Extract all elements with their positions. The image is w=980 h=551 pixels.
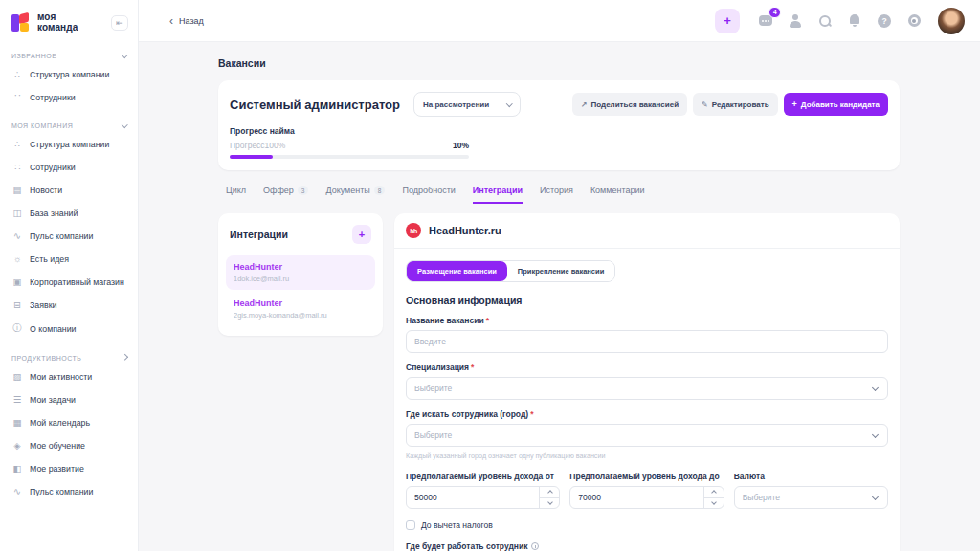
vacancy-name-input[interactable] xyxy=(406,330,888,353)
chevron-down-icon xyxy=(872,493,879,499)
section-header-favorites[interactable]: ИЗБРАННОЕ xyxy=(0,49,138,63)
messages-badge: 4 xyxy=(768,7,781,18)
idea-icon: ☼ xyxy=(11,253,23,264)
city-label: Где искать сотрудника (город)* xyxy=(406,409,888,419)
sidebar-item-knowledge-base[interactable]: ◫ База знаний xyxy=(0,202,138,225)
stepper-down-button[interactable] xyxy=(540,498,560,510)
info-icon[interactable] xyxy=(531,542,539,550)
add-integration-button[interactable]: + xyxy=(352,225,371,244)
growth-icon: ◧ xyxy=(11,463,23,474)
sidebar-item-my-growth[interactable]: ◧ Мое развитие xyxy=(0,457,138,480)
income-to-stepper xyxy=(703,486,724,509)
org-structure-icon: ∴ xyxy=(11,139,23,149)
sidebar-item-my-calendar[interactable]: ▦ Мой календарь xyxy=(0,411,138,434)
sidebar-item-employees[interactable]: ∷ Сотрудники xyxy=(0,156,138,179)
integration-item-headhunter-2[interactable]: HeadHunter 2gis.moya-komanda@mail.ru xyxy=(226,292,375,326)
sidebar-item-about-company[interactable]: ⓘ О компании xyxy=(0,317,138,342)
tasks-icon: ☰ xyxy=(11,394,23,405)
tab-documents[interactable]: Документы 8 xyxy=(325,186,385,204)
chevron-down-icon xyxy=(872,384,879,390)
person-icon xyxy=(789,14,802,28)
sidebar-item-idea[interactable]: ☼ Есть идея xyxy=(0,248,138,271)
stepper-down-button[interactable] xyxy=(704,498,724,510)
back-chevron-icon: ‹ xyxy=(169,15,173,27)
sidebar-section-favorites: ИЗБРАННОЕ ∴ Структура компании ∷ Сотрудн… xyxy=(0,49,138,109)
chevron-up-icon xyxy=(711,490,717,496)
form-mode-switch: Размещение вакансии Прикрепление ваканси… xyxy=(406,260,615,282)
sidebar-item-company-structure[interactable]: ∴ Структура компании xyxy=(0,133,138,156)
sidebar-item-my-tasks[interactable]: ☰ Мои задачи xyxy=(0,388,138,411)
sidebar-item-company-pulse[interactable]: ∿ Пульс компании xyxy=(0,225,138,248)
add-candidate-button[interactable]: + Добавить кандидата xyxy=(784,93,888,116)
back-button[interactable]: ‹ Назад xyxy=(169,15,204,27)
currency-select[interactable]: Выберите xyxy=(734,486,888,509)
status-select[interactable]: На рассмотрении xyxy=(413,92,521,117)
chevron-down-icon xyxy=(122,121,127,127)
employees-icon: ∷ xyxy=(11,92,23,102)
tab-history[interactable]: История xyxy=(540,186,573,204)
tab-cycle[interactable]: Цикл xyxy=(226,186,246,204)
calendar-icon: ▦ xyxy=(11,417,23,428)
chevron-down-icon xyxy=(547,499,553,505)
sidebar-item-corporate-store[interactable]: ▣ Корпоративный магазин xyxy=(0,271,138,294)
tab-attach-vacancy[interactable]: Прикрепление вакансии xyxy=(507,261,614,281)
city-hint: Каждый указанный город означает одну пуб… xyxy=(406,452,888,460)
tab-integrations[interactable]: Интеграции xyxy=(473,186,523,204)
tab-details[interactable]: Подробности xyxy=(402,186,455,204)
section-header-company[interactable]: МОЯ КОМПАНИЯ xyxy=(0,119,138,133)
progress-label: Прогресс найма xyxy=(230,126,888,136)
income-to-input[interactable] xyxy=(569,486,724,509)
employees-icon: ∷ xyxy=(11,162,23,172)
provider-title: HeadHunter.ru xyxy=(429,225,501,236)
share-vacancy-button[interactable]: ↗ Поделиться вакансией xyxy=(572,93,687,116)
help-icon[interactable]: ? xyxy=(875,11,894,31)
messages-icon[interactable]: 4 xyxy=(756,11,775,31)
stepper-up-button[interactable] xyxy=(540,486,560,498)
avatar[interactable] xyxy=(938,8,965,34)
store-icon: ▣ xyxy=(11,276,23,287)
required-mark: * xyxy=(486,316,489,325)
integration-item-headhunter-1[interactable]: HeadHunter 1dok.ice@mail.ru xyxy=(226,255,375,290)
income-from-input[interactable] xyxy=(406,486,560,509)
sidebar-item-company-structure[interactable]: ∴ Структура компании xyxy=(0,63,138,86)
sidebar-item-company-pulse[interactable]: ∿ Пульс компании xyxy=(0,480,138,503)
plus-icon: + xyxy=(792,99,797,109)
org-structure-icon: ∴ xyxy=(11,69,23,79)
income-from-label: Предполагаемый уровень дохода от xyxy=(406,472,560,481)
headhunter-form-panel: hh HeadHunter.ru Размещение вакансии При… xyxy=(394,213,900,551)
sidebar-item-employees[interactable]: ∷ Сотрудники xyxy=(0,86,138,109)
chevron-down-icon xyxy=(122,52,127,57)
specialization-select[interactable]: Выберите xyxy=(406,377,888,400)
sidebar-item-my-education[interactable]: ◈ Мое обучение xyxy=(0,434,138,457)
tax-checkbox[interactable] xyxy=(406,520,415,530)
sidebar-collapse-button[interactable]: ⇤ xyxy=(111,15,128,31)
tab-comments[interactable]: Комментарии xyxy=(590,186,645,204)
tab-offer[interactable]: Оффер 3 xyxy=(263,186,308,204)
stepper-up-button[interactable] xyxy=(704,486,724,498)
section-header-productivity[interactable]: ПРОДУКТИВНОСТЬ xyxy=(0,351,138,365)
app-window: моя команда ⇤ ИЗБРАННОЕ ∴ Структура комп… xyxy=(0,0,980,551)
progress-value: 10% xyxy=(453,141,469,150)
city-select[interactable]: Выберите xyxy=(406,424,888,447)
tab-place-vacancy[interactable]: Размещение вакансии xyxy=(407,261,507,281)
sidebar-item-my-activities[interactable]: ▨ Мои активности xyxy=(0,365,138,388)
sidebar: моя команда ⇤ ИЗБРАННОЕ ∴ Структура комп… xyxy=(0,0,139,551)
brand-name: моя команда xyxy=(37,12,78,33)
edit-button[interactable]: ✎ Редактировать xyxy=(693,93,778,116)
search-icon[interactable] xyxy=(815,11,835,31)
vacancy-name-label: Название вакансии* xyxy=(406,316,888,325)
notifications-icon[interactable] xyxy=(845,11,864,31)
workplace-label: Где будет работать сотрудник xyxy=(406,541,527,551)
settings-icon[interactable] xyxy=(904,11,924,31)
create-button[interactable]: + xyxy=(715,9,740,33)
income-from-stepper xyxy=(539,486,560,509)
sidebar-item-requests[interactable]: ⊟ Заявки xyxy=(0,294,138,317)
chevron-down-icon xyxy=(872,430,879,437)
tax-checkbox-label: До вычета налогов xyxy=(421,520,493,530)
profile-icon[interactable] xyxy=(786,11,805,31)
magnifier-icon xyxy=(818,14,832,28)
sidebar-item-news[interactable]: ▤ Новости xyxy=(0,179,138,202)
currency-label: Валюта xyxy=(734,472,888,481)
required-mark: * xyxy=(471,363,474,372)
integrations-panel: Интеграции + HeadHunter 1dok.ice@mail.ru… xyxy=(218,213,383,336)
